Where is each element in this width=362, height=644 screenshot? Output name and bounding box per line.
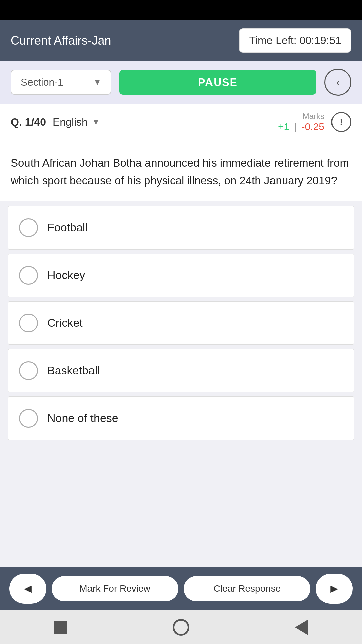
option-radio-e [19, 409, 38, 428]
timer-box: Time Left: 00:19:51 [239, 28, 351, 53]
section-dropdown[interactable]: Section-1 ▼ [11, 70, 111, 95]
option-a[interactable]: Football [8, 206, 354, 250]
marks-label: Marks [278, 112, 324, 121]
exam-title: Current Affairs-Jan [11, 34, 111, 48]
marks-info: Marks +1 | -0.25 [278, 112, 324, 132]
next-icon: ► [328, 582, 340, 596]
option-e[interactable]: None of these [8, 396, 354, 440]
option-radio-d [19, 361, 38, 380]
section-chevron-icon: ▼ [93, 77, 101, 87]
language-chevron-icon: ▼ [92, 117, 100, 127]
toolbar: Section-1 ▼ PAUSE ‹ [0, 61, 362, 104]
language-dropdown[interactable]: English ▼ [53, 116, 100, 128]
option-label-d: Basketball [47, 364, 100, 377]
nav-back-icon [292, 618, 311, 637]
question-number: Q. 1/40 [11, 116, 46, 128]
bottom-toolbar: ◄ Mark For Review Clear Response ► [0, 567, 362, 610]
question-meta-left: Q. 1/40 English ▼ [11, 116, 100, 128]
clear-response-button[interactable]: Clear Response [184, 576, 310, 601]
section-label: Section-1 [21, 76, 63, 88]
timer-text: Time Left: 00:19:51 [249, 34, 341, 46]
language-label: English [53, 116, 88, 128]
marks-values: +1 | -0.25 [278, 121, 324, 132]
marks-separator: | [294, 121, 297, 132]
prev-button[interactable]: ◄ [9, 574, 46, 604]
question-meta: Q. 1/40 English ▼ Marks +1 | -0.25 ! [0, 104, 362, 141]
option-radio-c [19, 314, 38, 332]
header: Current Affairs-Jan Time Left: 00:19:51 [0, 20, 362, 61]
option-label-c: Cricket [47, 316, 83, 329]
option-b[interactable]: Hockey [8, 254, 354, 297]
options-area: Football Hockey Cricket Basketball None … [0, 201, 362, 449]
nav-square-icon [51, 618, 70, 637]
info-icon[interactable]: ! [331, 112, 351, 132]
prev-icon: ◄ [22, 582, 34, 596]
option-c[interactable]: Cricket [8, 301, 354, 345]
status-bar [0, 0, 362, 20]
question-text: South African Johan Botha announced his … [11, 154, 351, 190]
nav-bar [0, 610, 362, 644]
option-d[interactable]: Basketball [8, 349, 354, 392]
back-icon: ‹ [336, 76, 340, 89]
marks-negative: -0.25 [302, 121, 324, 132]
mark-for-review-button[interactable]: Mark For Review [52, 576, 178, 601]
marks-positive: +1 [278, 121, 289, 132]
pause-button[interactable]: PAUSE [119, 70, 316, 95]
next-button[interactable]: ► [316, 574, 353, 604]
option-label-e: None of these [47, 412, 118, 425]
option-label-a: Football [47, 221, 88, 234]
spacer [0, 449, 362, 567]
nav-home-icon [172, 618, 190, 637]
option-radio-a [19, 218, 38, 237]
question-area: South African Johan Botha announced his … [0, 141, 362, 201]
back-button[interactable]: ‹ [324, 69, 351, 96]
option-label-b: Hockey [47, 269, 85, 282]
question-meta-right: Marks +1 | -0.25 ! [278, 112, 351, 132]
option-radio-b [19, 266, 38, 285]
